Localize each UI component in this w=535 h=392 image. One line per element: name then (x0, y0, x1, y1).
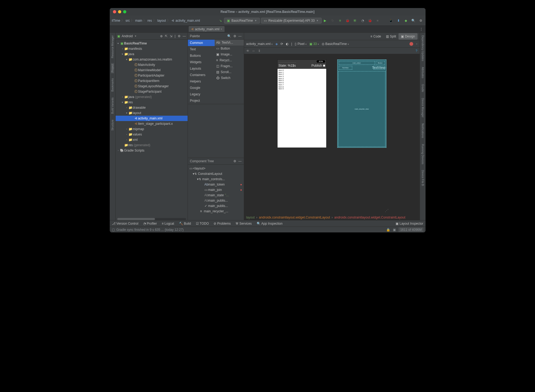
palette-cat-project[interactable]: Project (188, 97, 215, 104)
device-select[interactable]: ▭Resizable (Experimental) API 33▼ (261, 18, 322, 24)
blueprint-preview[interactable]: main_token Button TextView TextView☐ mai… (337, 59, 386, 148)
services-tab[interactable]: ⚒ Services (236, 222, 252, 225)
rail-device-file[interactable]: Device File B (421, 169, 424, 187)
palette-item-imageview[interactable]: ▣Image... (215, 51, 244, 57)
todo-tab[interactable]: ☑ TODO (196, 222, 209, 225)
component-tree[interactable]: ▭<layout> ▾↯ConstraintLayout ▾↯main_cont… (188, 165, 244, 220)
run-icon[interactable]: ▶ (323, 18, 328, 23)
settings-icon[interactable]: ⚙ (419, 18, 423, 23)
design-breadcrumb[interactable]: layout › androidx.constraintlayout.widge… (244, 214, 420, 220)
search-icon[interactable]: 🔍 (411, 18, 416, 23)
apply-code-icon[interactable]: ≡ (338, 18, 343, 23)
rail-device-manager[interactable]: Device Manager (421, 97, 424, 119)
rail-running-devices[interactable]: Running Devices (421, 143, 424, 165)
more-icon[interactable]: ⋮ (420, 27, 423, 31)
logcat-tab[interactable]: ≡ Logcat (162, 222, 174, 225)
rail-project[interactable]: Project (111, 63, 114, 73)
settings-icon[interactable]: ⚙ (233, 159, 236, 163)
options-icon[interactable]: ⚙ (178, 34, 181, 38)
profiler-icon[interactable]: ◔ (360, 18, 365, 23)
palette-cat-helpers[interactable]: Helpers (188, 78, 215, 85)
orientation-icon[interactable]: ⟳ (280, 42, 283, 46)
project-view-select[interactable]: Android (122, 34, 133, 38)
design-canvas[interactable]: _________________ JOIN State: %1$s Publi… (244, 54, 420, 214)
palette-cat-legacy[interactable]: Legacy (188, 91, 215, 97)
lock-icon[interactable]: 🔒 (386, 228, 390, 232)
palette-cat-containers[interactable]: Containers (188, 72, 215, 78)
coverage-icon[interactable]: ⛨ (353, 18, 358, 23)
collapse-icon[interactable]: ⇲ (170, 34, 172, 38)
palette-cat-google[interactable]: Google (188, 85, 215, 91)
search-icon[interactable]: 🔍 (227, 34, 231, 38)
settings-icon[interactable]: ⚙ (233, 34, 236, 38)
stop-icon[interactable]: ■ (375, 18, 380, 23)
rail-attributes[interactable]: Attributes (421, 66, 424, 79)
app-links-icon[interactable]: ◆ (404, 18, 408, 23)
avd-icon[interactable]: 📱 (389, 18, 393, 23)
vcs-tab[interactable]: ⎇ Version Control (112, 222, 138, 225)
apply-changes-icon[interactable]: ↻ (330, 18, 335, 23)
profiler-tab[interactable]: ◔ Profiler (143, 222, 157, 225)
rail-bookmarks[interactable]: Bookmarks (111, 77, 114, 93)
minimize-icon[interactable]: — (238, 34, 242, 38)
horizontal-scrollbar[interactable] (117, 218, 186, 220)
pan-icon[interactable]: ↔ (252, 49, 255, 53)
inspections-icon[interactable]: ▣ (393, 228, 396, 232)
eye-icon[interactable]: 👁 (246, 49, 249, 53)
terminal-icon[interactable]: ▢ (112, 228, 115, 232)
layout-inspector-tab[interactable]: ▣ Layout Inspector (396, 222, 423, 225)
rail-build-variants[interactable]: Build Variants (111, 96, 114, 115)
view-code-button[interactable]: ≡ Code (368, 33, 384, 40)
problems-tab[interactable]: ⊘ Problems (214, 222, 231, 225)
sync-icon[interactable]: ↘ (218, 18, 223, 23)
palette-cat-common[interactable]: Common (188, 40, 215, 46)
sdk-icon[interactable]: ⬇ (396, 18, 401, 23)
palette-item-button[interactable]: ▭Button (215, 46, 244, 51)
close-icon[interactable]: × (221, 27, 222, 31)
rail-gradle[interactable]: Gradle (421, 83, 424, 93)
rail-notifications[interactable]: Notifications (421, 122, 424, 139)
rail-dependency-updates[interactable]: Dependency Updates (421, 34, 424, 62)
palette-item-fragment[interactable]: ◫Fragm... (215, 63, 244, 69)
debug-icon[interactable]: 🐞 (345, 18, 350, 23)
minimize-icon[interactable]: — (238, 159, 242, 163)
breadcrumb[interactable]: ilTime〉 src〉 main〉 res〉 layout〉 ⫷activit… (112, 18, 200, 23)
help-icon[interactable]: ? (416, 49, 418, 53)
palette-item-switch[interactable]: ⏻Switch (215, 75, 244, 81)
app-inspection-tab[interactable]: 🔍 App Inspection (257, 222, 283, 225)
theme-picker[interactable]: ◎ BasicRealTime ▾ (322, 42, 349, 46)
main-toolbar: ilTime〉 src〉 main〉 res〉 layout〉 ⫷activit… (110, 16, 426, 26)
android-icon: ▣ (117, 34, 120, 38)
palette-header: Palette 🔍 ⚙ — (188, 33, 244, 40)
run-config-select[interactable]: ▣BasicRealTime▼ (224, 18, 260, 24)
rail-structure[interactable]: Structure (111, 119, 114, 132)
palette-cat-buttons[interactable]: Buttons (188, 52, 215, 59)
palette-item-textview[interactable]: AbTextVi... (215, 40, 244, 46)
tab-activity-main[interactable]: ⫷activity_main.xml× (189, 26, 225, 32)
view-split-button[interactable]: ▥ Split (384, 33, 399, 40)
hide-icon[interactable]: — (183, 34, 186, 38)
build-tab[interactable]: 🔨 Build (179, 222, 191, 225)
design-preview[interactable]: _________________ JOIN State: %1$s Publi… (277, 59, 327, 148)
editor-tabs: ⫷activity_main.xml× ⋮ (110, 26, 426, 33)
api-picker[interactable]: ▣ 33 ▾ (309, 42, 319, 46)
palette-item-scroll[interactable]: ▤Scroll... (215, 69, 244, 75)
night-mode-icon[interactable]: ◐ (286, 42, 289, 46)
view-design-button[interactable]: ▣ Design (399, 33, 417, 40)
project-tree[interactable]: ▾▣BasicRealTime ›📁manifests ▾📁java ▾📁com… (116, 40, 188, 218)
rail-resource-manager[interactable]: Resource Manager (111, 34, 114, 59)
error-indicator[interactable] (409, 42, 413, 46)
attach-debugger-icon[interactable]: 🐞 (368, 18, 373, 23)
resize-grip-icon[interactable]: ⋰ (385, 208, 388, 212)
memory-indicator[interactable]: 1611 of 4096M (399, 227, 423, 232)
device-picker[interactable]: ▯ Pixel ▾ (295, 42, 307, 46)
palette-cat-text[interactable]: Text (188, 46, 215, 52)
locate-icon[interactable]: ⊕ (160, 34, 163, 38)
layout-file-select[interactable]: activity_main.xml ▾ (246, 42, 273, 46)
expand-icon[interactable]: ⇱ (165, 34, 168, 38)
autoconnect-icon[interactable]: ⇕ (258, 49, 261, 53)
palette-item-recycler[interactable]: ≡Recycl... (215, 57, 244, 63)
palette-cat-layouts[interactable]: Layouts (188, 65, 215, 72)
surface-icon[interactable]: ◈ (275, 42, 278, 46)
palette-cat-widgets[interactable]: Widgets (188, 59, 215, 65)
